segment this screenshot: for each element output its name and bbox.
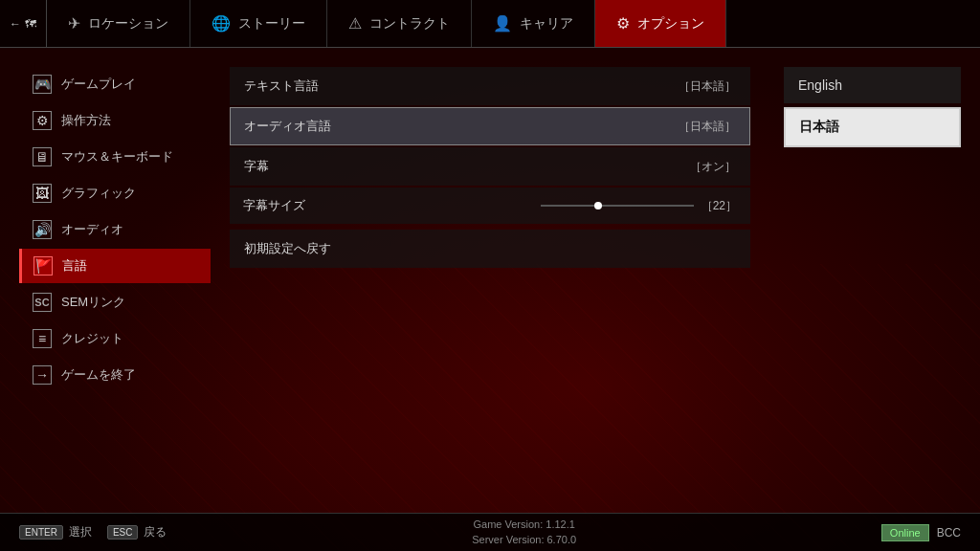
keyboard-icon: 🖥 (33, 147, 52, 166)
sidebar-gameplay-label: ゲームプレイ (61, 76, 136, 93)
bottom-status-bar: ENTER 選択 ESC 戻る Game Version: 1.12.1 Ser… (0, 513, 980, 551)
option-subtitle-size[interactable]: 字幕サイズ ［22］ (230, 187, 750, 224)
tab-career[interactable]: 👤 キャリア (472, 0, 595, 47)
tab-story-label: ストーリー (238, 15, 305, 33)
sidebar-credits-label: クレジット (61, 330, 123, 347)
sidebar-keyboard-label: マウス＆キーボード (61, 148, 173, 165)
sidebar-item-controls[interactable]: ⚙ 操作方法 (19, 103, 211, 138)
subtitle-size-label: 字幕サイズ (243, 197, 305, 214)
language-option-english[interactable]: English (784, 67, 961, 103)
option-reset[interactable]: 初期設定へ戻す (230, 230, 750, 268)
sem-icon: SC (33, 293, 52, 312)
back-button[interactable]: ← 🗺 (0, 0, 47, 47)
controls-icon: ⚙ (33, 111, 52, 130)
sidebar-audio-label: オーディオ (61, 221, 123, 238)
gameplay-icon: 🎮 (33, 75, 52, 94)
sidebar-controls-label: 操作方法 (61, 112, 111, 129)
sidebar-item-language[interactable]: 🚩 言語 (19, 249, 211, 283)
graphics-icon: 🖼 (33, 184, 52, 203)
game-version: Game Version: 1.12.1 (473, 518, 574, 532)
tab-story[interactable]: 🌐 ストーリー (190, 0, 327, 47)
sidebar-language-label: 言語 (62, 257, 87, 275)
english-label: English (798, 77, 842, 93)
subtitles-value: ［オン］ (690, 159, 736, 175)
option-text-language[interactable]: テキスト言語 ［日本語］ (230, 67, 750, 105)
sidebar-sem-label: SEMリンク (61, 294, 125, 311)
credits-icon: ≡ (33, 329, 52, 348)
sidebar-item-keyboard[interactable]: 🖥 マウス＆キーボード (19, 140, 211, 174)
audio-language-value: ［日本語］ (679, 119, 736, 135)
audio-language-label: オーディオ言語 (244, 118, 331, 135)
subtitles-label: 字幕 (244, 158, 269, 175)
text-language-label: テキスト言語 (244, 77, 319, 95)
map-icon: 🗺 (25, 17, 36, 31)
main-content: 🎮 ゲームプレイ ⚙ 操作方法 🖥 マウス＆キーボード 🖼 グラフィック 🔊 オ… (0, 48, 980, 513)
sidebar: 🎮 ゲームプレイ ⚙ 操作方法 🖥 マウス＆キーボード 🖼 グラフィック 🔊 オ… (19, 67, 211, 503)
options-panel: テキスト言語 ［日本語］ オーディオ言語 ［日本語］ 字幕 ［オン］ 字幕サイズ… (211, 67, 769, 503)
language-icon: 🚩 (33, 256, 53, 276)
confirm-control: ENTER 選択 (19, 524, 92, 540)
tab-options-label: オプション (637, 15, 704, 33)
version-info: Game Version: 1.12.1 Server Version: 6.7… (167, 518, 880, 547)
language-dropdown-panel: English 日本語 (769, 67, 961, 503)
top-navigation: ← 🗺 ✈ ロケーション 🌐 ストーリー ⚠ コントラクト 👤 キャリア ⚙ オ… (0, 0, 980, 48)
sidebar-item-audio[interactable]: 🔊 オーディオ (19, 212, 211, 247)
online-badge: Online (881, 524, 929, 541)
tab-career-label: キャリア (520, 15, 573, 33)
reset-label: 初期設定へ戻す (244, 240, 331, 257)
bottom-controls: ENTER 選択 ESC 戻る (19, 524, 167, 540)
bcc-label: BCC (937, 526, 961, 540)
esc-key: ESC (107, 525, 139, 540)
tab-location-label: ロケーション (88, 15, 168, 33)
subtitle-size-slider-container: ［22］ (305, 198, 737, 214)
language-option-japanese[interactable]: 日本語 (784, 107, 961, 147)
back-control: ESC 戻る (107, 524, 167, 540)
sidebar-item-graphics[interactable]: 🖼 グラフィック (19, 176, 211, 210)
career-icon: 👤 (493, 14, 512, 33)
tab-location[interactable]: ✈ ロケーション (47, 0, 190, 47)
quit-icon: → (33, 365, 52, 385)
sidebar-item-credits[interactable]: ≡ クレジット (19, 321, 211, 356)
slider-thumb[interactable] (594, 202, 602, 209)
option-subtitles[interactable]: 字幕 ［オン］ (230, 147, 750, 186)
back-label: 戻る (144, 524, 167, 540)
online-status: Online BCC (881, 524, 961, 541)
text-language-value: ［日本語］ (679, 78, 736, 95)
enter-key: ENTER (19, 525, 63, 540)
tab-contract[interactable]: ⚠ コントラクト (327, 0, 472, 47)
sidebar-item-gameplay[interactable]: 🎮 ゲームプレイ (19, 67, 211, 101)
tab-options[interactable]: ⚙ オプション (595, 0, 726, 47)
sidebar-item-sem[interactable]: SC SEMリンク (19, 285, 211, 320)
tab-contract-label: コントラクト (369, 15, 450, 33)
sidebar-graphics-label: グラフィック (61, 185, 136, 202)
story-icon: 🌐 (212, 14, 231, 33)
back-arrow-icon: ← (10, 17, 21, 31)
options-icon: ⚙ (616, 14, 630, 33)
slider-value-display: ［22］ (702, 198, 737, 214)
sidebar-quit-label: ゲームを終了 (61, 366, 136, 384)
audio-icon: 🔊 (33, 220, 52, 239)
slider-track[interactable] (541, 205, 694, 207)
server-version: Server Version: 6.70.0 (472, 533, 576, 547)
confirm-label: 選択 (69, 524, 92, 540)
option-audio-language[interactable]: オーディオ言語 ［日本語］ (230, 107, 750, 145)
japanese-label: 日本語 (799, 119, 839, 134)
sidebar-item-quit[interactable]: → ゲームを終了 (19, 358, 211, 392)
contract-icon: ⚠ (348, 14, 362, 33)
location-icon: ✈ (68, 14, 80, 33)
